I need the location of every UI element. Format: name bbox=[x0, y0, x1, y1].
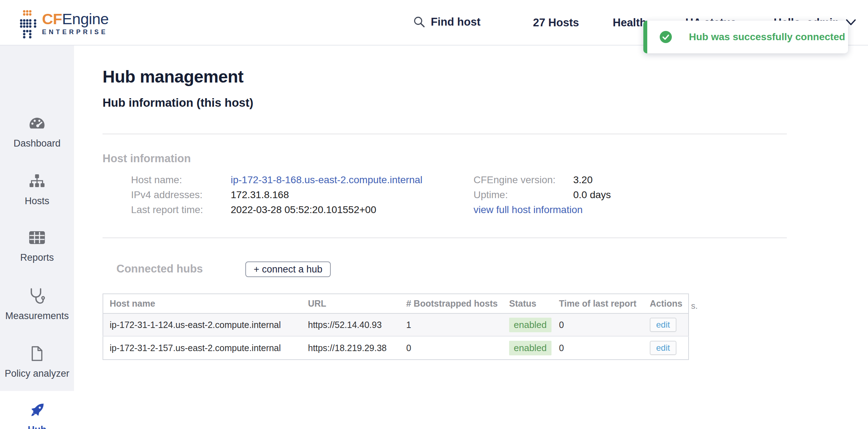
status-badge: enabled bbox=[509, 341, 551, 355]
logo-engine: Engine bbox=[62, 10, 109, 27]
sidebar-label-hub-management: Hub management bbox=[9, 424, 66, 429]
sidebar-label-reports: Reports bbox=[0, 251, 74, 264]
page-title: Hub management bbox=[103, 67, 244, 86]
host-name-link[interactable]: ip-172-31-8-168.us-east-2.compute.intern… bbox=[231, 174, 423, 186]
host-name-label: Host name: bbox=[131, 174, 182, 186]
sitemap-icon bbox=[28, 173, 46, 189]
sidebar-item-hub-management[interactable]: Hub management bbox=[0, 391, 74, 429]
status-badge: enabled bbox=[509, 318, 551, 332]
nav-health[interactable]: Health bbox=[613, 16, 647, 29]
connected-hubs-table: Host name URL # Bootstrapped hosts Statu… bbox=[103, 293, 689, 360]
sidebar-label-policy-analyzer: Policy analyzer bbox=[0, 367, 74, 380]
cfengine-logo[interactable]: CFEngine ENTERPRISE bbox=[19, 9, 109, 39]
col-actions: Actions bbox=[643, 294, 689, 313]
sidebar-item-policy-analyzer[interactable]: Policy analyzer bbox=[0, 345, 74, 380]
sidebar-label-dashboard: Dashboard bbox=[0, 137, 74, 150]
cfengine-logo-mark-icon bbox=[19, 9, 37, 39]
cell-bootstrapped: 1 bbox=[400, 313, 503, 336]
edit-button[interactable]: edit bbox=[650, 341, 676, 355]
cell-host-name: ip-172-31-1-124.us-east-2.compute.intern… bbox=[103, 313, 302, 336]
cell-url: https://52.14.40.93 bbox=[302, 313, 400, 336]
toast-success[interactable]: Hub was successfully connected bbox=[643, 21, 848, 53]
check-circle-icon bbox=[660, 31, 672, 43]
col-host-name: Host name bbox=[103, 294, 302, 313]
sidebar-item-dashboard[interactable]: Dashboard bbox=[0, 115, 74, 150]
ipv4-label: IPv4 addresses: bbox=[131, 189, 203, 201]
sidebar-label-hosts: Hosts bbox=[0, 195, 74, 207]
version-label: CFEngine version: bbox=[474, 174, 555, 186]
col-last-report: Time of last report bbox=[553, 294, 643, 313]
find-host-search[interactable]: Find host bbox=[413, 16, 480, 28]
cell-last-report: 0 bbox=[553, 313, 643, 336]
col-bootstrapped: # Bootstrapped hosts bbox=[400, 294, 503, 313]
cell-bootstrapped: 0 bbox=[400, 336, 503, 360]
logo-cf: CF bbox=[42, 10, 62, 27]
last-report-label: Last report time: bbox=[131, 204, 203, 216]
sidebar-item-measurements[interactable]: Measurements bbox=[0, 288, 74, 322]
file-icon bbox=[30, 345, 44, 362]
table-header-row: Host name URL # Bootstrapped hosts Statu… bbox=[103, 294, 689, 313]
nav-hosts-count[interactable]: 27 Hosts bbox=[533, 16, 579, 29]
cell-host-name: ip-172-31-2-157.us-east-2.compute.intern… bbox=[103, 336, 302, 360]
uptime-value: 0.0 days bbox=[573, 189, 611, 201]
toast-accent-bar bbox=[643, 21, 647, 53]
ipv4-value: 172.31.8.168 bbox=[231, 189, 289, 201]
table-icon bbox=[29, 229, 45, 246]
sidebar-item-hosts[interactable]: Hosts bbox=[0, 173, 74, 207]
cfengine-logo-text: CFEngine ENTERPRISE bbox=[42, 9, 109, 36]
last-report-value: 2022-03-28 05:52:20.101552+00 bbox=[231, 204, 376, 216]
app-root: CFEngine ENTERPRISE Find host 27 Hosts H… bbox=[0, 0, 868, 429]
page-subtitle: Hub information (this host) bbox=[103, 96, 253, 110]
stethoscope-icon bbox=[28, 288, 46, 304]
table-row: ip-172-31-1-124.us-east-2.compute.intern… bbox=[103, 313, 689, 336]
view-full-host-information-link[interactable]: view full host information bbox=[474, 204, 583, 216]
cell-last-report: 0 bbox=[553, 336, 643, 360]
col-url: URL bbox=[302, 294, 400, 313]
search-icon bbox=[413, 16, 426, 28]
divider bbox=[103, 133, 787, 134]
dashboard-icon bbox=[28, 115, 46, 132]
connected-hubs-heading: Connected hubs bbox=[116, 263, 203, 275]
col-status: Status bbox=[503, 294, 553, 313]
rocket-icon bbox=[28, 402, 46, 419]
host-information-heading: Host information bbox=[103, 152, 191, 165]
find-host-label: Find host bbox=[431, 16, 480, 28]
edit-button[interactable]: edit bbox=[650, 318, 676, 332]
clipped-text-fragment: s. bbox=[691, 301, 698, 311]
sidebar-label-measurements: Measurements bbox=[0, 310, 74, 322]
connect-a-hub-button[interactable]: + connect a hub bbox=[245, 261, 331, 277]
cell-url: https://18.219.29.38 bbox=[302, 336, 400, 360]
sidebar-item-reports[interactable]: Reports bbox=[0, 229, 74, 264]
sidebar: Dashboard Hosts Report bbox=[0, 45, 74, 429]
logo-enterprise: ENTERPRISE bbox=[42, 28, 109, 36]
table-row: ip-172-31-2-157.us-east-2.compute.intern… bbox=[103, 336, 689, 360]
version-value: 3.20 bbox=[573, 174, 593, 186]
uptime-label: Uptime: bbox=[474, 189, 508, 201]
toast-message: Hub was successfully connected bbox=[689, 21, 845, 53]
divider bbox=[103, 237, 787, 238]
